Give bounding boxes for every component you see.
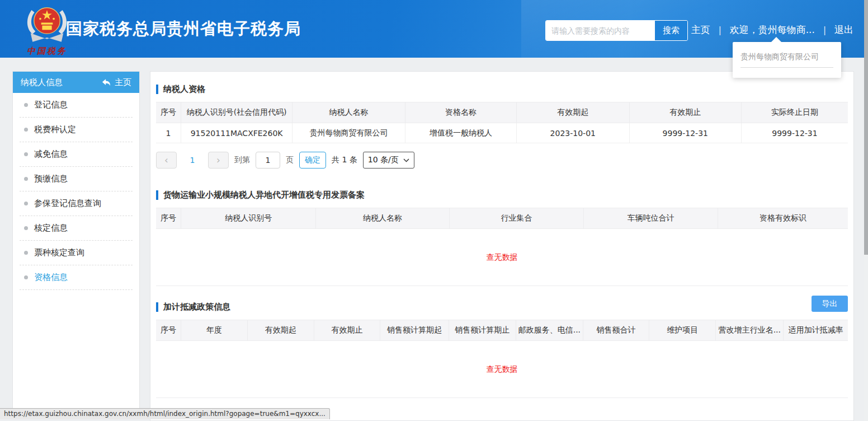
confirm-page-button[interactable]: 确定	[299, 152, 326, 169]
column-header: 有效期起	[247, 320, 314, 341]
prev-page-button[interactable]: ‹	[156, 152, 177, 169]
page-title: 国家税务总局贵州省电子税务局	[66, 18, 301, 40]
total-count-label: 共 1 条	[332, 155, 357, 165]
triangle-up-icon	[771, 37, 782, 43]
dropdown-company-name[interactable]: 贵州每物商贸有限公司	[740, 52, 833, 68]
sidebar-item-label: 税费种认定	[34, 124, 76, 135]
nav-logout-link[interactable]: 退出	[834, 24, 853, 36]
column-header: 实际终止日期	[741, 102, 848, 123]
column-header: 维护项目	[649, 320, 716, 341]
section-title: 货物运输业小规模纳税人异地代开增值税专用发票备案	[163, 190, 365, 200]
title-accent-bar	[156, 302, 158, 312]
section-title-row: 纳税人资格	[156, 83, 848, 95]
freight-filing-table: 序号纳税人识别号纳税人名称行业集合车辆吨位合计资格有效标识	[156, 208, 848, 229]
table-cell: 9999-12-31	[629, 123, 741, 143]
main-panel: 纳税人资格 序号纳税人识别号(社会信用代码)纳税人名称资格名称有效期起有效期止实…	[150, 71, 854, 421]
section-title-row: 加计抵减政策信息	[156, 301, 848, 312]
sidebar-item-3[interactable]: 预缴信息	[20, 167, 133, 191]
sidebar-home-label: 主页	[115, 77, 131, 88]
table-cell: 2023-10-01	[516, 123, 629, 143]
column-header: 序号	[156, 102, 181, 123]
column-header: 资格名称	[405, 102, 516, 123]
status-bar-url: https://etax.guizhou.chinatax.gov.cn/xxm…	[0, 408, 330, 419]
column-header: 邮政服务、电信...	[516, 320, 583, 341]
column-header: 年度	[181, 320, 248, 341]
bullet-icon	[24, 226, 28, 230]
column-header: 序号	[156, 208, 181, 229]
table-header-row: 序号纳税人识别号纳税人名称行业集合车辆吨位合计资格有效标识	[156, 208, 848, 229]
sidebar-item-2[interactable]: 减免信息	[20, 142, 133, 167]
section-additional-deduction-policy: 加计抵减政策信息 导出 序号年度有效期起有效期止销售额计算期起销售额计算期止邮政…	[156, 301, 848, 398]
scrollbar-thumb[interactable]	[864, 0, 868, 255]
sidebar-item-0[interactable]: 登记信息	[20, 93, 133, 118]
column-header: 纳税人识别号	[181, 208, 316, 229]
column-header: 有效期起	[516, 102, 629, 123]
bullet-icon	[24, 251, 28, 255]
sidebar-item-5[interactable]: 核定信息	[20, 216, 133, 241]
export-button[interactable]: 导出	[812, 296, 848, 312]
sidebar-item-label: 票种核定查询	[34, 247, 84, 258]
goto-page-prefix: 到第	[234, 155, 250, 165]
header-search: 搜索	[545, 20, 688, 41]
tax-emblem-icon	[22, 3, 72, 45]
sidebar-item-7[interactable]: 资格信息	[20, 265, 133, 290]
bullet-icon	[24, 152, 28, 156]
bullet-icon	[24, 275, 28, 279]
reply-arrow-icon	[102, 78, 111, 86]
nav-home-link[interactable]: 主页	[691, 24, 710, 36]
bullet-icon	[24, 202, 28, 205]
search-button[interactable]: 搜索	[654, 21, 687, 40]
sidebar-item-label: 预缴信息	[34, 174, 68, 184]
column-header: 销售额计算期起	[380, 320, 449, 341]
page-number-input[interactable]	[256, 152, 280, 169]
table-cell: 91520111MACXFE260K	[181, 123, 293, 143]
column-header: 纳税人名称	[316, 208, 450, 229]
sidebar-item-label: 减免信息	[34, 149, 68, 160]
goto-page-suffix: 页	[286, 155, 294, 165]
sidebar-home-link[interactable]: 主页	[102, 77, 131, 88]
chevron-left-icon: ‹	[164, 156, 168, 165]
bullet-icon	[24, 177, 28, 181]
sidebar-title: 纳税人信息	[21, 77, 63, 88]
section-title: 纳税人资格	[163, 84, 205, 95]
table-cell: 1	[156, 123, 181, 143]
page-size-select[interactable]: 10 条/页	[363, 152, 414, 169]
sidebar-item-label: 参保登记信息查询	[34, 198, 101, 209]
sidebar-item-6[interactable]: 票种核定查询	[20, 241, 133, 265]
sidebar-item-1[interactable]: 税费种认定	[20, 118, 133, 142]
vertical-scrollbar[interactable]	[864, 0, 868, 421]
chevron-right-icon: ›	[216, 156, 220, 165]
table-row: 191520111MACXFE260K贵州每物商贸有限公司增值税一般纳税人202…	[156, 123, 848, 143]
sidebar-item-4[interactable]: 参保登记信息查询	[20, 191, 133, 216]
search-input[interactable]	[546, 21, 654, 40]
nav-welcome-user[interactable]: 欢迎，贵州每物商...	[730, 24, 815, 36]
empty-data-message: 查无数据	[156, 341, 848, 398]
section-taxpayer-qualification: 纳税人资格 序号纳税人识别号(社会信用代码)纳税人名称资格名称有效期起有效期止实…	[156, 83, 848, 169]
sidebar-item-label: 登记信息	[34, 100, 68, 110]
column-header: 适用加计抵减率	[784, 320, 848, 341]
page-size-value: 10 条/页	[368, 155, 399, 165]
chevron-down-icon	[403, 158, 409, 162]
qualification-table: 序号纳税人识别号(社会信用代码)纳税人名称资格名称有效期起有效期止实际终止日期1…	[156, 102, 848, 143]
deduction-policy-table: 序号年度有效期起有效期止销售额计算期起销售额计算期止邮政服务、电信...销售额合…	[156, 320, 848, 341]
column-header: 纳税人名称	[293, 102, 405, 123]
nav-separator: |	[719, 25, 721, 35]
bullet-icon	[24, 103, 28, 107]
column-header: 销售额合计	[583, 320, 649, 341]
next-page-button[interactable]: ›	[208, 152, 229, 169]
title-accent-bar	[156, 190, 158, 200]
column-header: 车辆吨位合计	[583, 208, 718, 229]
section-freight-transport-filing: 货物运输业小规模纳税人异地代开增值税专用发票备案 序号纳税人识别号纳税人名称行业…	[156, 189, 848, 286]
column-header: 序号	[156, 320, 181, 341]
table-cell: 增值税一般纳税人	[405, 123, 516, 143]
column-header: 有效期止	[314, 320, 380, 341]
sidebar-menu: 登记信息税费种认定减免信息预缴信息参保登记信息查询核定信息票种核定查询资格信息	[13, 93, 139, 290]
column-header: 营改增主行业名...	[716, 320, 784, 341]
sidebar-header: 纳税人信息 主页	[13, 72, 139, 93]
empty-data-message: 查无数据	[156, 229, 848, 286]
table-cell: 9999-12-31	[741, 123, 848, 143]
column-header: 销售额计算期止	[449, 320, 516, 341]
top-nav: 主页 | 欢迎，贵州每物商... | 退出	[691, 24, 853, 36]
column-header: 纳税人识别号(社会信用代码)	[181, 102, 293, 123]
current-page-number[interactable]: 1	[182, 156, 202, 165]
